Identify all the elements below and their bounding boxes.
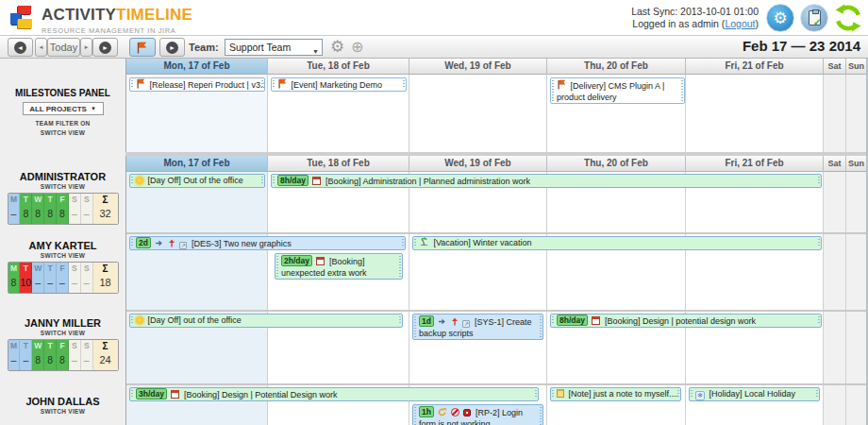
person-name: JOHN DALLAS xyxy=(0,396,125,407)
day-header-thu[interactable]: Thu, 20 of Feb xyxy=(547,59,686,75)
dayoff-card[interactable]: [Day Off] out of the office xyxy=(129,314,403,328)
schedule-row-john-dallas: 3h/day [Booking] Design | Potential Desi… xyxy=(126,385,867,425)
milestone-card[interactable]: [Release] Reperi Product | v3.1 xyxy=(129,77,265,92)
switch-view-link[interactable]: SWITCH VIEW xyxy=(0,330,125,336)
person-panel-john-dallas: JOHN DALLAS SWITCH VIEW xyxy=(0,396,125,415)
note-card[interactable]: [Note] just a note to myself.... xyxy=(550,387,681,401)
booking-calendar-icon xyxy=(171,390,179,399)
card-text: [Event] Marketing Demo xyxy=(292,80,383,90)
app-header: ACTIVITYTIMELINE RESOURCE MANAGEMENT IN … xyxy=(0,0,868,36)
schedule-row-amy-kartel: 2d ↗ [DES-3] Two new graphics 2h/day [Bo… xyxy=(126,234,867,312)
dayoff-card[interactable]: [Day Off] Out of the office xyxy=(129,174,265,188)
app-logo-icon xyxy=(9,5,35,31)
step-forward-button[interactable]: ▸ xyxy=(80,38,92,57)
team-settings-gear-icon[interactable]: ⚙ xyxy=(330,38,344,57)
bug-icon xyxy=(463,409,471,416)
day-header-tue[interactable]: Tue, 18 of Feb xyxy=(268,59,409,75)
priority-up-icon xyxy=(168,239,175,247)
sun-icon xyxy=(136,316,143,324)
milestone-card[interactable]: [Delivery] CMS Plugin A | product delive… xyxy=(550,77,685,104)
task-card[interactable]: 1h [RP-2] Login form is not working xyxy=(412,404,543,425)
person-panel-amy-kartel: AMY KARTEL SWITCH VIEW M8 T10 W– T– F– S… xyxy=(0,240,125,294)
vacation-palm-icon xyxy=(419,237,429,246)
person-panel-janny-miller: JANNY MILLER SWITCH VIEW M– T– W8 T8 F8 … xyxy=(0,317,125,371)
card-text: [Booking] Design | Potential Design work xyxy=(184,390,337,400)
day-header-row: Mon, 17 of Feb Tue, 18 of Feb Wed, 19 of… xyxy=(126,156,867,172)
week-total-cell: Σ18 xyxy=(93,263,118,293)
all-projects-dropdown[interactable]: ALL PROJECTS ▼ xyxy=(23,102,104,115)
booking-card[interactable]: 8h/day [Booking] Design | potential desi… xyxy=(550,314,822,328)
settings-gear-icon[interactable]: ⚙ xyxy=(766,4,794,32)
allocation-badge: 3h/day xyxy=(136,388,167,400)
card-text: [Release] Reperi Product | v3.1 xyxy=(150,80,265,90)
day-header-fri[interactable]: Fri, 21 of Feb xyxy=(686,59,824,75)
milestones-grid: Mon, 17 of Feb Tue, 18 of Feb Wed, 19 of… xyxy=(125,59,867,152)
reports-clipboard-icon[interactable] xyxy=(800,4,828,32)
day-header-sun[interactable]: Sun xyxy=(846,59,867,75)
holiday-card[interactable]: ❄ [Holiday] Local Holiday xyxy=(689,387,820,401)
switch-view-link[interactable]: SWITCH VIEW xyxy=(0,183,125,190)
task-card[interactable]: 2d ↗ [DES-3] Two new graphics xyxy=(129,236,406,250)
card-text: [Note] just a note to myself.... xyxy=(569,389,679,399)
workload-week-grid: M– T8 W8 T8 F8 S– S– Σ32 xyxy=(8,193,119,225)
person-panel-administrator: ADMINISTRATOR SWITCH VIEW M– T8 W8 T8 F8… xyxy=(0,171,125,225)
expand-button[interactable]: ► xyxy=(159,38,185,57)
day-header-wed[interactable]: Wed, 19 of Feb xyxy=(409,156,547,172)
day-header-fri[interactable]: Fri, 21 of Feb xyxy=(686,156,824,172)
card-text: [Booking] Design | potential design work xyxy=(605,316,756,326)
booking-card[interactable]: 8h/day [Booking] Administration | Planne… xyxy=(271,174,822,188)
holiday-snowflake-icon: ❄ xyxy=(695,391,705,400)
card-text: [Day Off] Out of the office xyxy=(148,176,243,185)
vacation-card[interactable]: [Vacation] Winter vacation xyxy=(412,236,822,250)
switch-view-link[interactable]: SWITCH VIEW xyxy=(0,129,125,136)
switch-view-link[interactable]: SWITCH VIEW xyxy=(0,252,125,259)
day-header-mon[interactable]: Mon, 17 of Feb xyxy=(126,59,268,75)
blocker-priority-icon xyxy=(451,408,459,416)
team-select-value: Support Team xyxy=(229,42,291,53)
task-card[interactable]: 1d ↗ [SYS-1] Create backup scripts xyxy=(412,314,543,340)
sigma-icon: Σ xyxy=(93,194,118,206)
activitytimeline-app: ACTIVITYTIMELINE RESOURCE MANAGEMENT IN … xyxy=(0,0,868,425)
milestones-toggle-button[interactable] xyxy=(129,38,156,57)
milestone-card[interactable]: [Event] Marketing Demo xyxy=(271,77,407,92)
day-header-sat[interactable]: Sat xyxy=(824,59,846,75)
today-button[interactable]: Today xyxy=(47,38,80,57)
allocation-badge: 1d xyxy=(419,315,434,327)
app-name-secondary: TIMELINE xyxy=(116,6,192,24)
in-progress-icon xyxy=(438,408,446,416)
booking-card[interactable]: 2h/day [Booking] unexpected extra work xyxy=(275,253,403,280)
flag-icon xyxy=(277,78,287,89)
day-header-sat[interactable]: Sat xyxy=(824,156,846,172)
date-range: Feb 17 — 23 2014 xyxy=(743,38,860,54)
booking-calendar-icon xyxy=(316,257,325,265)
improvement-icon: ↗ xyxy=(179,242,187,249)
sun-icon xyxy=(136,177,143,184)
week-total-cell: Σ24 xyxy=(93,340,118,370)
step-back-button[interactable]: ◂ xyxy=(35,38,47,57)
person-name: ADMINISTRATOR xyxy=(0,171,125,182)
gear-glyph: ⚙ xyxy=(773,10,787,26)
switch-view-link[interactable]: SWITCH VIEW xyxy=(0,408,125,415)
day-header-wed[interactable]: Wed, 19 of Feb xyxy=(409,59,547,75)
dropdown-caret-icon: ▼ xyxy=(312,44,319,60)
team-filter-link[interactable]: TEAM FILTER ON xyxy=(0,120,125,127)
toolbar: ◄ ◂ Today ▸ ► ► Team: Support Team ▼ ⚙ ⊕… xyxy=(0,36,868,59)
issue-status-icon: ↗ xyxy=(462,320,470,328)
jump-forward-button[interactable]: ► xyxy=(92,38,118,57)
day-header-mon[interactable]: Mon, 17 of Feb xyxy=(126,156,268,172)
jump-back-button[interactable]: ◄ xyxy=(8,38,33,57)
person-name: JANNY MILLER xyxy=(0,317,125,329)
team-select[interactable]: Support Team ▼ xyxy=(225,39,323,56)
booking-calendar-icon xyxy=(312,177,321,185)
booking-card[interactable]: 3h/day [Booking] Design | Potential Desi… xyxy=(129,387,539,401)
day-header-thu[interactable]: Thu, 20 of Feb xyxy=(547,156,686,172)
day-header-sun[interactable]: Sun xyxy=(846,156,867,172)
day-header-tue[interactable]: Tue, 18 of Feb xyxy=(268,156,409,172)
flag-icon xyxy=(557,79,566,90)
add-team-icon[interactable]: ⊕ xyxy=(351,38,363,57)
logout-link[interactable]: Logout xyxy=(725,18,755,29)
chevron-left-icon: ◂ xyxy=(40,43,43,51)
week-total-cell: Σ32 xyxy=(93,194,118,224)
sync-refresh-icon[interactable] xyxy=(834,4,862,32)
card-text: [Vacation] Winter vacation xyxy=(434,238,532,247)
